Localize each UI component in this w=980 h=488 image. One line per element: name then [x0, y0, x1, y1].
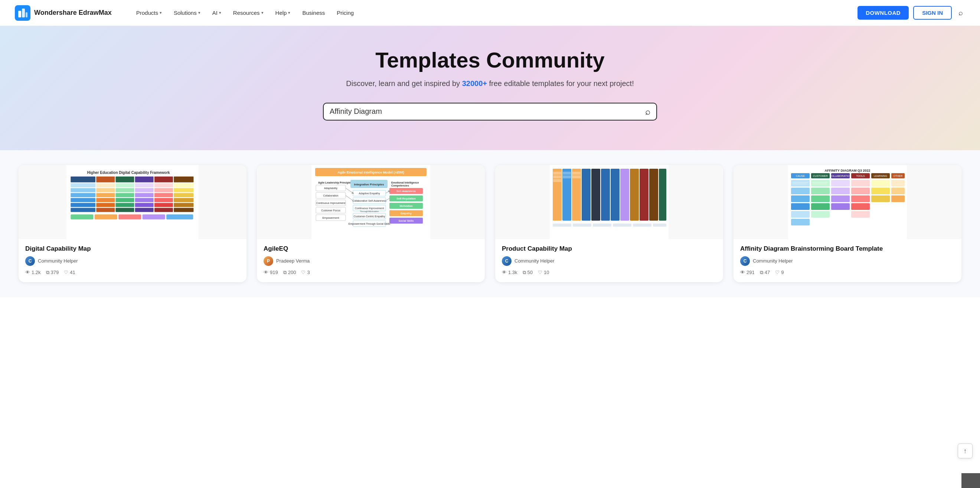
search-submit-icon[interactable]: ⌕: [645, 106, 651, 117]
card-meta: C Community Helper: [25, 256, 240, 266]
svg-text:TOOLS: TOOLS: [856, 175, 865, 177]
template-card[interactable]: Agile Emotional Intelligence Model (AEIM…: [257, 165, 485, 282]
chevron-down-icon: ▾: [261, 10, 264, 15]
svg-rect-13: [115, 183, 134, 187]
views-stat: 👁 1.2k: [25, 269, 41, 276]
svg-rect-15: [154, 183, 173, 187]
svg-rect-153: [851, 203, 870, 210]
svg-rect-112: [563, 175, 571, 178]
svg-rect-36: [96, 203, 115, 207]
svg-rect-149: [831, 203, 850, 210]
svg-rect-10: [174, 176, 193, 182]
card-title: Product Capability Map: [502, 245, 716, 252]
card-stats: 👁 919 ⧉ 200 ♡ 3: [264, 269, 478, 276]
avatar: C: [740, 256, 750, 266]
svg-rect-38: [135, 203, 154, 207]
svg-text:Empowerment: Empowerment: [322, 217, 339, 220]
card-thumbnail: [495, 165, 723, 239]
svg-rect-17: [70, 188, 95, 192]
template-card[interactable]: Higher Education Digital Capability Fram…: [19, 165, 247, 282]
nav-products[interactable]: Products ▾: [131, 7, 167, 19]
nav-resources[interactable]: Resources ▾: [228, 7, 269, 19]
svg-rect-99: [582, 169, 590, 221]
chevron-down-icon: ▾: [288, 10, 290, 15]
nav-pricing[interactable]: Pricing: [331, 7, 359, 19]
svg-rect-0: [18, 11, 21, 17]
svg-text:Emotional Intelligence: Emotional Intelligence: [391, 181, 419, 184]
svg-rect-32: [135, 198, 154, 202]
template-card[interactable]: Product Capability Map C Community Helpe…: [495, 165, 723, 282]
card-author: Pradeep Verma: [276, 258, 310, 264]
svg-rect-138: [791, 203, 810, 210]
template-card[interactable]: AFFINITY DIAGRAM Q3 2022 CAUSE CUSTOMER …: [733, 165, 961, 282]
svg-rect-140: [791, 219, 810, 225]
svg-rect-103: [620, 169, 629, 221]
svg-rect-108: [553, 172, 561, 175]
svg-text:Collaborative Self-Awareness: Collaborative Self-Awareness: [352, 200, 387, 202]
search-bar: ⌕: [323, 103, 657, 120]
download-button[interactable]: DOWNLOAD: [858, 6, 909, 20]
nav-solutions[interactable]: Solutions ▾: [169, 7, 206, 19]
avatar: C: [502, 256, 512, 266]
card-meta: C Community Helper: [502, 256, 716, 266]
svg-rect-104: [630, 169, 639, 221]
card-meta: C Community Helper: [740, 256, 955, 266]
svg-rect-47: [70, 214, 93, 219]
likes-stat: ♡ 10: [538, 269, 549, 276]
svg-rect-136: [791, 188, 810, 194]
signin-button[interactable]: SIGN IN: [913, 6, 952, 20]
svg-rect-24: [96, 193, 115, 197]
views-stat: 👁 291: [740, 269, 755, 276]
svg-text:Adaptive Empathy: Adaptive Empathy: [359, 192, 380, 195]
hero-subtitle: Discover, learn and get inspired by 3200…: [15, 79, 965, 88]
svg-text:AFFINITY DIAGRAM Q3 2022: AFFINITY DIAGRAM Q3 2022: [825, 169, 870, 173]
chevron-down-icon: ▾: [160, 10, 162, 15]
svg-text:Social Skills: Social Skills: [399, 220, 414, 222]
search-input[interactable]: [329, 107, 641, 116]
card-thumbnail: AFFINITY DIAGRAM Q3 2022 CAUSE CUSTOMER …: [733, 165, 961, 239]
nav-business[interactable]: Business: [297, 7, 330, 19]
cards-section: Higher Education Digital Capability Fram…: [0, 150, 980, 297]
svg-rect-2: [25, 12, 27, 17]
nav-ai[interactable]: AI ▾: [207, 7, 226, 19]
svg-rect-118: [613, 223, 632, 227]
svg-rect-33: [154, 198, 173, 202]
svg-rect-139: [791, 211, 810, 218]
card-info: Digital Capability Map C Community Helpe…: [19, 239, 247, 282]
svg-text:Continuous Improvement: Continuous Improvement: [316, 202, 345, 205]
svg-rect-135: [791, 180, 810, 187]
svg-rect-100: [591, 169, 600, 221]
svg-text:Higher Education Digital Capab: Higher Education Digital Capability Fram…: [87, 171, 170, 175]
nav-help[interactable]: Help ▾: [270, 7, 296, 19]
svg-rect-12: [96, 183, 115, 187]
svg-rect-35: [70, 203, 95, 207]
svg-text:OTHER: OTHER: [894, 175, 903, 177]
search-icon[interactable]: ⌕: [956, 6, 965, 19]
svg-rect-50: [143, 214, 165, 219]
card-meta: P Pradeep Verma: [264, 256, 478, 266]
hero-title: Templates Community: [15, 48, 965, 72]
svg-rect-25: [115, 193, 134, 197]
svg-rect-48: [95, 214, 117, 219]
svg-rect-114: [573, 175, 581, 178]
svg-text:Motivation: Motivation: [400, 205, 413, 207]
svg-rect-116: [573, 223, 591, 227]
svg-rect-101: [601, 169, 610, 221]
svg-rect-117: [593, 223, 611, 227]
navbar-actions: DOWNLOAD SIGN IN ⌕: [858, 6, 965, 20]
svg-text:Empathy: Empathy: [401, 212, 412, 215]
svg-rect-102: [611, 169, 620, 221]
svg-rect-5: [70, 176, 95, 182]
cards-grid: Higher Education Digital Capability Fram…: [19, 165, 961, 282]
svg-rect-29: [70, 198, 95, 202]
svg-rect-21: [154, 188, 173, 192]
svg-rect-18: [96, 188, 115, 192]
card-thumbnail: Higher Education Digital Capability Fram…: [19, 165, 247, 239]
logo-text: Wondershare EdrawMax: [34, 9, 112, 17]
copies-stat: ⧉ 200: [283, 269, 296, 276]
logo-link[interactable]: Wondershare EdrawMax: [15, 5, 112, 21]
svg-rect-119: [633, 223, 651, 227]
svg-rect-51: [166, 214, 193, 219]
svg-rect-45: [154, 208, 173, 212]
svg-text:Agile Leadership Principles: Agile Leadership Principles: [318, 181, 352, 184]
